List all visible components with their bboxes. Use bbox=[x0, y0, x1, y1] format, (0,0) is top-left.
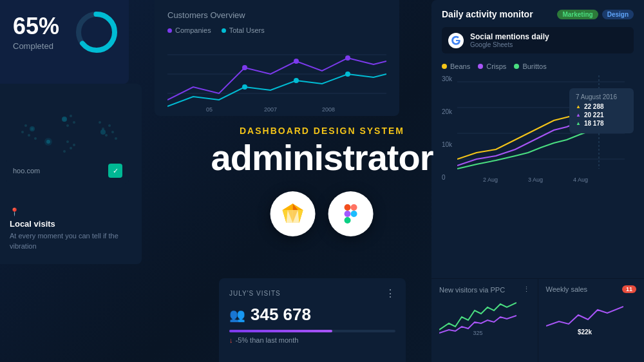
svg-point-18 bbox=[105, 134, 108, 137]
ppc-menu-icon[interactable]: ⋮ bbox=[523, 285, 530, 294]
beans-dot bbox=[442, 64, 447, 69]
activity-header: Daily activity monitor Marketing Design bbox=[442, 9, 634, 19]
social-title: Social mentions daily bbox=[470, 32, 549, 41]
weekly-panel: Weekly sales 11 $22k bbox=[538, 278, 645, 362]
tooltip-arrow-2: ▲ bbox=[576, 112, 581, 118]
customers-title: Customers Overview bbox=[167, 10, 386, 20]
x-label-2aug: 2 Aug bbox=[483, 176, 498, 183]
svg-point-29 bbox=[24, 124, 27, 127]
svg-point-42 bbox=[242, 65, 247, 70]
visits-title: JULY'S VISITS bbox=[229, 290, 281, 297]
svg-text:05: 05 bbox=[206, 106, 213, 113]
svg-point-26 bbox=[70, 147, 72, 149]
tooltip-val-2: 20 221 bbox=[584, 111, 604, 119]
badge-row: Marketing Design bbox=[557, 10, 634, 19]
chart-tooltip: 7 August 2016 ▲ 22 288 ▲ 20 221 ▲ 18 178 bbox=[569, 88, 634, 133]
ppc-chart: 325 bbox=[439, 298, 516, 336]
companies-dot bbox=[167, 28, 172, 33]
svg-text:$22k: $22k bbox=[577, 329, 592, 336]
crisps-dot bbox=[478, 64, 483, 69]
svg-point-23 bbox=[73, 121, 75, 124]
visits-menu-icon[interactable]: ⋮ bbox=[385, 287, 395, 300]
title-area: DASHBOARD DESIGN SYSTEM administrator bbox=[211, 126, 433, 236]
svg-text:2008: 2008 bbox=[322, 106, 335, 113]
tooltip-item-1: ▲ 22 288 bbox=[576, 103, 627, 110]
svg-point-47 bbox=[345, 71, 350, 77]
y-label-30k: 30k bbox=[442, 75, 452, 82]
title-subtitle: DASHBOARD DESIGN SYSTEM bbox=[211, 126, 433, 136]
y-label-10k: 10k bbox=[442, 141, 452, 148]
x-label-3aug: 3 Aug bbox=[528, 176, 543, 183]
tooltip-val-1: 22 288 bbox=[584, 103, 604, 110]
legend-companies: Companies bbox=[167, 26, 211, 34]
ppc-title: New visitors via PPC ⋮ bbox=[439, 285, 530, 294]
chart-legend: Beans Crisps Burittos bbox=[442, 62, 634, 70]
legend-users: Total Users bbox=[222, 26, 265, 34]
svg-point-33 bbox=[21, 131, 24, 133]
svg-point-35 bbox=[100, 129, 106, 135]
customers-panel: Customers Overview Companies Total Users… bbox=[155, 0, 399, 116]
bottom-panels: New visitors via PPC ⋮ 325 Weekly sales … bbox=[431, 278, 644, 362]
svg-point-16 bbox=[108, 124, 111, 127]
svg-point-36 bbox=[30, 126, 35, 131]
weekly-title: Weekly sales 11 bbox=[546, 285, 637, 293]
svg-point-24 bbox=[66, 124, 69, 127]
visits-change: ↓ -5% than last month bbox=[229, 336, 395, 344]
legend-beans: Beans bbox=[442, 62, 470, 70]
app-icons-row bbox=[211, 191, 433, 236]
svg-point-28 bbox=[73, 144, 75, 146]
design-badge[interactable]: Design bbox=[602, 10, 634, 19]
figma-icon-button[interactable] bbox=[328, 191, 374, 236]
customers-chart: 05 2007 2008 bbox=[167, 42, 386, 113]
location-icon: 📍 bbox=[10, 207, 132, 216]
svg-point-20 bbox=[115, 137, 117, 140]
donut-chart bbox=[74, 10, 119, 57]
tooltip-arrow-1: ▲ bbox=[576, 104, 581, 110]
svg-rect-10 bbox=[345, 211, 351, 217]
down-arrow-icon: ↓ bbox=[229, 336, 233, 344]
social-info: Social mentions daily Google Sheets bbox=[470, 32, 549, 48]
activity-chart: 30k 20k 10k 0 bbox=[442, 75, 634, 191]
tooltip-item-2: ▲ 20 221 bbox=[576, 111, 627, 119]
svg-text:2007: 2007 bbox=[264, 106, 277, 113]
legend-burittos: Burittos bbox=[514, 62, 546, 70]
y-label-20k: 20k bbox=[442, 108, 452, 115]
svg-point-25 bbox=[66, 140, 69, 143]
users-dot bbox=[222, 28, 226, 33]
svg-rect-9 bbox=[351, 204, 357, 211]
svg-point-31 bbox=[28, 134, 30, 137]
customers-legend: Companies Total Users bbox=[167, 26, 386, 34]
svg-text:325: 325 bbox=[473, 330, 482, 336]
visits-count: 👥 345 678 bbox=[229, 305, 395, 325]
visits-bar-fill bbox=[229, 330, 332, 332]
tooltip-val-3: 18 178 bbox=[584, 120, 604, 127]
email-text: hoo.com bbox=[13, 167, 103, 175]
email-panel: hoo.com ✓ bbox=[6, 158, 129, 184]
svg-rect-8 bbox=[345, 204, 351, 211]
weekly-chart: $22k bbox=[546, 297, 623, 336]
svg-point-34 bbox=[62, 117, 67, 122]
activity-title: Daily activity monitor bbox=[442, 9, 533, 19]
visits-panel: JULY'S VISITS ⋮ 👥 345 678 ↓ -5% than las… bbox=[219, 278, 406, 362]
weekly-badge: 11 bbox=[622, 285, 636, 293]
title-main: administrator bbox=[211, 140, 433, 176]
svg-point-27 bbox=[63, 150, 66, 153]
y-label-0: 0 bbox=[442, 174, 452, 181]
map-info: 📍 Local visits At every moment you can t… bbox=[10, 207, 132, 251]
svg-point-19 bbox=[99, 121, 101, 124]
legend-crisps: Crisps bbox=[478, 62, 506, 70]
x-label-4aug: 4 Aug bbox=[573, 176, 588, 183]
sketch-icon-button[interactable] bbox=[270, 191, 316, 236]
svg-point-32 bbox=[34, 137, 37, 140]
marketing-badge[interactable]: Marketing bbox=[557, 10, 598, 19]
tooltip-item-3: ▲ 18 178 bbox=[576, 120, 627, 127]
google-icon bbox=[448, 33, 464, 48]
svg-point-45 bbox=[242, 84, 247, 90]
svg-point-38 bbox=[46, 140, 50, 144]
svg-point-22 bbox=[70, 115, 72, 117]
burittos-dot bbox=[514, 64, 519, 69]
email-check-icon[interactable]: ✓ bbox=[108, 164, 122, 178]
visits-progress-bar bbox=[229, 330, 395, 332]
svg-point-46 bbox=[294, 78, 299, 83]
visits-people-icon: 👥 bbox=[229, 307, 245, 323]
